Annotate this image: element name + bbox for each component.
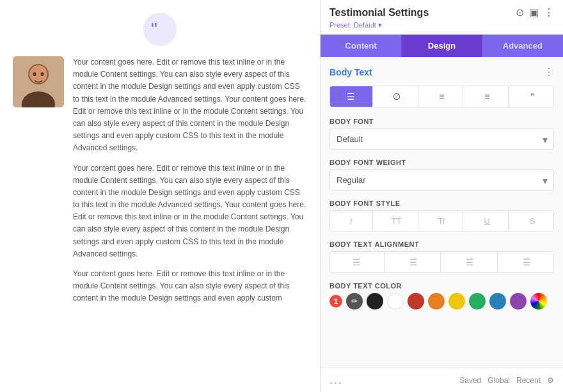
preset-arrow: ▾ [378, 21, 382, 29]
global-label[interactable]: Global [488, 376, 510, 385]
text-align-row: ☰ ☰ ☰ ☰ [329, 251, 554, 273]
body-font-weight-select-wrapper: Regular Bold Light Medium [329, 169, 554, 191]
testimonial-text-wrapper: Your content goes here. Edit or remove t… [73, 56, 307, 313]
recent-label[interactable]: Recent [516, 376, 541, 385]
color-row: 1 ✏ [329, 293, 554, 310]
section-menu-icon[interactable]: ⋮ [544, 66, 554, 78]
text-block-2: Your content goes here. Edit or remove t… [73, 162, 307, 261]
color-badge: 1 [329, 295, 342, 308]
settings-body: Body Text ⋮ ☰ ∅ ≡ ≡ " Body Font Default … [321, 57, 563, 368]
bottom-actions: Saved Global Recent ⚙ [459, 376, 554, 385]
svg-point-5 [33, 72, 36, 76]
tr-btn[interactable]: Tr [421, 211, 464, 231]
body-font-style-group: Body Font Style I TT Tr U S [329, 200, 554, 231]
text-align-right-btn[interactable]: ☰ [443, 252, 498, 272]
svg-point-4 [29, 65, 47, 83]
format-left-btn[interactable]: ☰ [330, 86, 373, 107]
quote-icon: " [143, 13, 177, 46]
panel-header: Testimonial Settings ⊙ ▣ ⋮ Preset: Defau… [321, 0, 563, 35]
more-icon[interactable]: ⋮ [544, 6, 554, 19]
body-font-label: Body Font [329, 118, 554, 125]
text-align-left-btn[interactable]: ☰ [330, 252, 385, 272]
panel-header-icons: ⊙ ▣ ⋮ [516, 6, 554, 19]
color-rainbow-btn[interactable] [530, 293, 547, 310]
color-green[interactable] [469, 293, 486, 310]
tab-design[interactable]: Design [401, 35, 482, 57]
body-font-select[interactable]: Default Open Sans Roboto Lato [329, 129, 554, 150]
format-center-btn[interactable]: ≡ [421, 86, 464, 107]
tab-content[interactable]: Content [321, 35, 401, 57]
body-font-style-label: Body Font Style [329, 200, 554, 207]
format-quote-btn[interactable]: " [511, 86, 553, 107]
preview-panel: " Your content goes here. Edit or remove… [0, 0, 320, 392]
body-text-color-label: Body Text Color [329, 282, 554, 290]
svg-text:": " [151, 22, 157, 36]
preset-label: Preset: Default [329, 21, 376, 29]
section-title: Body Text [329, 67, 372, 77]
italic-btn[interactable]: I [330, 211, 373, 231]
body-font-select-wrapper: Default Open Sans Roboto Lato [329, 129, 554, 150]
text-align-justify-btn[interactable]: ☰ [500, 252, 554, 272]
testimonial-content: Your content goes here. Edit or remove t… [13, 56, 307, 313]
gear-icon[interactable]: ⚙ [547, 376, 554, 385]
underline-btn[interactable]: U [466, 211, 509, 231]
tt-btn[interactable]: TT [376, 211, 418, 231]
body-font-group: Body Font Default Open Sans Roboto Lato [329, 118, 554, 150]
tab-advanced[interactable]: Advanced [482, 35, 563, 57]
body-text-alignment-group: Body Text Alignment ☰ ☰ ☰ ☰ [329, 240, 554, 273]
body-font-weight-label: Body Font Weight [329, 159, 554, 166]
panel-title: Testimonial Settings [329, 7, 429, 19]
format-toolbar: ☰ ∅ ≡ ≡ " [329, 86, 554, 107]
bottom-bar: ... Saved Global Recent ⚙ [321, 368, 563, 392]
svg-point-6 [41, 72, 44, 76]
color-white[interactable] [387, 293, 404, 310]
format-none-btn[interactable]: ∅ [376, 86, 418, 107]
responsive-icon[interactable]: ⊙ [516, 6, 524, 19]
avatar [13, 56, 64, 107]
format-right-btn[interactable]: ≡ [466, 86, 509, 107]
preset-row[interactable]: Preset: Default ▾ [329, 21, 554, 29]
color-pencil-btn[interactable]: ✏ [346, 293, 363, 310]
body-font-weight-select[interactable]: Regular Bold Light Medium [329, 169, 554, 191]
color-orange[interactable] [428, 293, 445, 310]
color-blue[interactable] [489, 293, 506, 310]
body-text-color-group: Body Text Color 1 ✏ [329, 282, 554, 310]
color-yellow[interactable] [448, 293, 465, 310]
color-purple[interactable] [510, 293, 527, 310]
font-style-row: I TT Tr U S [329, 210, 554, 231]
text-align-center-btn[interactable]: ☰ [387, 252, 441, 272]
saved-label[interactable]: Saved [459, 376, 481, 385]
layout-icon[interactable]: ▣ [529, 6, 539, 19]
text-block-3: Your content goes here. Edit or remove t… [73, 268, 307, 305]
color-black[interactable] [367, 293, 383, 310]
body-font-weight-group: Body Font Weight Regular Bold Light Medi… [329, 159, 554, 191]
text-block-1: Your content goes here. Edit or remove t… [73, 56, 307, 155]
settings-panel: Testimonial Settings ⊙ ▣ ⋮ Preset: Defau… [320, 0, 563, 392]
section-header: Body Text ⋮ [329, 66, 554, 78]
color-red[interactable] [408, 293, 424, 310]
tabs: Content Design Advanced [321, 35, 563, 57]
strikethrough-btn[interactable]: S [511, 211, 553, 231]
body-text-alignment-label: Body Text Alignment [329, 240, 554, 248]
bottom-dots[interactable]: ... [329, 373, 343, 387]
